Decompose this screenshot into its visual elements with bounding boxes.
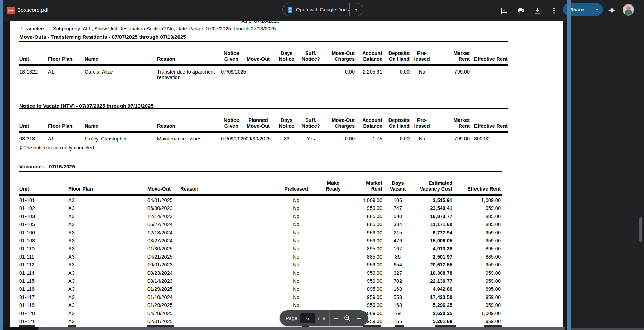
cell-make_ready — [318, 261, 349, 269]
cell-floor_plan: A3 — [68, 293, 147, 301]
cell-est_vacancy_cost: 11,171.60 — [412, 221, 454, 229]
cell-unit: 01-102 — [19, 204, 68, 212]
horizontal-scrollbar-thumb[interactable] — [38, 327, 565, 330]
cell-move_out: - - — [242, 65, 275, 80]
cell-floor_plan: A3 — [68, 245, 147, 253]
cell-move_out: 12/14/2023 — [147, 213, 180, 221]
section-title-vacancies: Vacancies - 07/16/2025 — [19, 164, 75, 169]
cell-floor_plan: A3 — [68, 310, 147, 318]
column-header: Deposits On Hand — [384, 42, 411, 65]
column-header: Market Rent — [433, 42, 471, 65]
cell-effective_rent: 959.00 — [454, 229, 502, 237]
cell-days_vacant: 215 — [384, 229, 412, 237]
cell-market_rent: 799.00 — [433, 132, 471, 142]
cell-pre_leased: No — [411, 132, 433, 142]
google-docs-icon — [288, 7, 292, 13]
download-button[interactable] — [532, 6, 542, 16]
column-header: Reason — [157, 42, 221, 65]
cell-reason: Transfer due to apartment renovation — [157, 65, 221, 80]
column-header: Name — [85, 42, 157, 65]
cell-suff_notice — [299, 65, 323, 80]
outer-horizontal-scrollbar[interactable] — [571, 328, 644, 330]
add-comment-button[interactable] — [499, 6, 509, 16]
column-header: Market Rent — [349, 172, 384, 195]
cell-effective_rent: 959.00 — [454, 237, 502, 245]
split-divider-right[interactable] — [567, 0, 571, 330]
column-header: Effective Rent — [454, 172, 502, 195]
cell-move_out: 08/14/2023 — [147, 277, 180, 285]
sparkle-icon — [607, 6, 616, 15]
cell-est_vacancy_cost: 3,515.91 — [412, 195, 454, 205]
vertical-scrollbar-thumb[interactable] — [639, 217, 642, 242]
table-row: 01-114A308/23/2024No959.0032710,308.7895… — [19, 269, 502, 277]
cell-effective_rent: 1,009.00 — [454, 310, 502, 318]
cell-preleased: No — [275, 269, 318, 277]
parameters-value: Subproperty: ALL; Show Unit Designation … — [53, 26, 276, 31]
table-row: 01-117A301/10/2024No959.0055317,433.5095… — [19, 293, 502, 301]
column-header: Account Balance — [356, 109, 384, 132]
cell-market_rent: 959.00 — [349, 229, 384, 237]
table-row: 01-106A312/13/2024No959.002156,777.94959… — [19, 229, 502, 237]
cell-effective_rent: 1,009.00 — [454, 195, 502, 205]
column-header: Unit — [19, 42, 48, 65]
share-dropdown[interactable] — [591, 9, 603, 10]
split-divider-left[interactable] — [0, 0, 3, 330]
account-avatar[interactable] — [623, 4, 634, 16]
table-row: 01-112A310/01/2023No959.0065420,617.5595… — [19, 261, 502, 269]
cell-days_vacant: 79 — [384, 310, 412, 318]
cell-move_out: 03/27/2024 — [147, 237, 180, 245]
cell-reason — [180, 301, 275, 309]
cell-move_out: 04/01/2025 — [147, 195, 180, 205]
open-with-google-docs-button[interactable]: Open with Google Docs — [282, 3, 363, 16]
header-row: UnitFloor PlanNameReasonNotice GivenPlan… — [19, 109, 508, 132]
cell-unit: 01-115 — [19, 277, 68, 285]
header-row: UnitFloor PlanNameReasonNotice GivenMove… — [19, 42, 508, 65]
zoom-in-button[interactable] — [353, 312, 365, 324]
cell-unit: 18-1822 — [19, 65, 48, 80]
print-button[interactable] — [516, 6, 526, 16]
cell-est_vacancy_cost: 6,777.94 — [412, 229, 454, 237]
table-row: 01-111A304/21/2025No885.00862,501.97885.… — [19, 253, 502, 261]
cell-est_vacancy_cost: 2,620.35 — [412, 310, 454, 318]
cell-unit: 01-121 — [19, 318, 68, 326]
more-options-button[interactable] — [549, 6, 559, 16]
cell-est_vacancy_cost: 22,130.77 — [412, 277, 454, 285]
cell-unit: 01-118 — [19, 301, 68, 309]
cell-floor_plan: A3 — [68, 261, 147, 269]
cell-effective_rent: 895.00 — [454, 285, 502, 293]
cell-move_out: 08/23/2024 — [147, 269, 180, 277]
fit-zoom-button[interactable] — [342, 312, 353, 324]
column-header: Estimated Vacancy Cost — [412, 172, 454, 195]
cell-days_vacant: 327 — [384, 269, 412, 277]
cell-preleased: No — [275, 301, 318, 309]
cell-move_out: 12/13/2024 — [147, 229, 180, 237]
cell-unit: 01-114 — [19, 269, 68, 277]
document-title: Boxscore.pdf — [17, 7, 48, 13]
cell-move_out: 04/21/2025 — [147, 253, 180, 261]
cell-days_vacant: 654 — [384, 261, 412, 269]
cell-effective_rent: 959.00 — [454, 277, 502, 285]
page-number-input[interactable]: 6 — [300, 313, 315, 323]
cell-make_ready — [318, 301, 349, 309]
column-header: Move-Out Charges — [323, 42, 356, 65]
cell-floor_plan: A3 — [68, 301, 147, 309]
gemini-button[interactable] — [607, 5, 617, 16]
open-with-dropdown[interactable] — [350, 9, 363, 11]
cell-est_vacancy_cost: 17,433.50 — [412, 293, 454, 301]
cell-effective_rent: 959.00 — [454, 204, 502, 212]
cell-floor_plan: A3 — [68, 285, 147, 293]
page-total: 8 — [323, 316, 325, 321]
cell-est_vacancy_cost: 5,296.25 — [412, 301, 454, 309]
column-header: Pre- leased — [411, 109, 433, 132]
column-header: Pre- leased — [411, 42, 433, 65]
cell-make_ready — [318, 213, 349, 221]
cell-effective_rent — [471, 65, 508, 80]
column-header: Days Notice — [275, 109, 299, 132]
cell-reason — [180, 221, 275, 229]
cell-preleased: No — [275, 213, 318, 221]
cell-preleased: No — [275, 285, 318, 293]
cell-unit: 01-106 — [19, 229, 68, 237]
zoom-out-button[interactable] — [330, 312, 342, 324]
open-with-label: Open with Google Docs — [296, 7, 349, 12]
cell-move_out: 01/29/2025 — [147, 301, 180, 309]
